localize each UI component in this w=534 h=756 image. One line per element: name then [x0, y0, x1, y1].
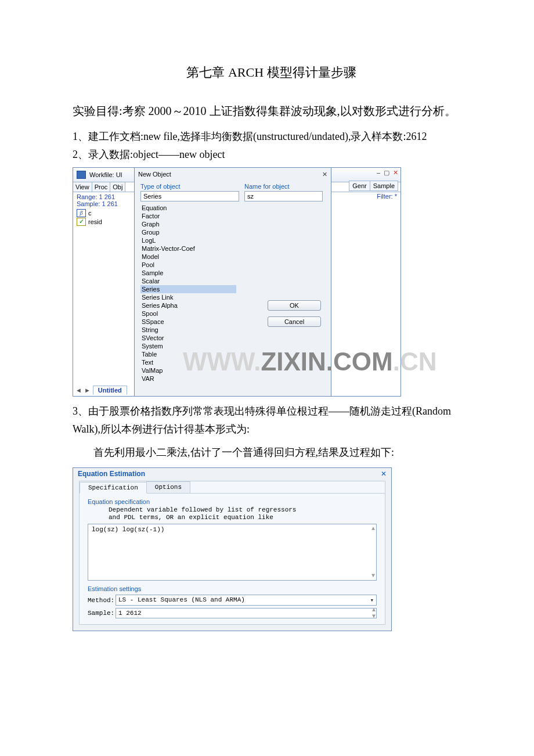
beta-icon: β — [77, 209, 86, 217]
type-logl[interactable]: LogL — [140, 236, 236, 244]
object-resid[interactable]: resid — [88, 218, 102, 225]
spin-up-icon[interactable]: ▲ — [372, 607, 376, 613]
type-valmap[interactable]: ValMap — [140, 366, 236, 375]
ols-note: 首先利用最小二乘法,估计了一个普通得回归方程,结果及过程如下: — [73, 444, 470, 462]
filter-text: Filter: * — [337, 193, 398, 200]
ok-button[interactable]: OK — [268, 300, 321, 311]
obj-button[interactable]: Obj — [110, 182, 125, 192]
equation-specification-field[interactable]: log(sz) log(sz(-1)) ▲ ▼ — [88, 524, 377, 581]
equation-specification-label: Equation specification — [88, 498, 385, 505]
type-matrix[interactable]: Matrix-Vector-Coef — [140, 244, 236, 253]
tab-untitled[interactable]: Untitled — [93, 386, 127, 395]
step-3: 3、由于股票价格指数序列常常表现出特殊得单位根过程——随机游走过程(Random… — [73, 402, 470, 438]
type-equation[interactable]: Equation — [140, 204, 236, 212]
type-string[interactable]: String — [140, 326, 236, 334]
type-model[interactable]: Model — [140, 253, 236, 261]
type-var[interactable]: VAR — [140, 375, 236, 383]
sample-field[interactable]: 1 2612 — [116, 608, 377, 618]
workfile-icon — [77, 171, 86, 179]
minimize-icon[interactable]: – — [377, 169, 380, 177]
genr-button[interactable]: Genr — [349, 181, 369, 191]
tab-options[interactable]: Options — [146, 481, 190, 493]
doc-title: 第七章 ARCH 模型得计量步骤 — [73, 64, 470, 81]
restore-icon[interactable]: ▢ — [384, 169, 389, 177]
dialog-close-icon[interactable]: ✕ — [322, 171, 327, 178]
type-series-alpha[interactable]: Series Alpha — [140, 301, 236, 309]
type-sample[interactable]: Sample — [140, 269, 236, 277]
sample-label: Sample: — [88, 610, 116, 617]
type-system[interactable]: System — [140, 342, 236, 350]
scroll-down-icon[interactable]: ▼ — [371, 573, 375, 579]
type-table[interactable]: Table — [140, 350, 236, 358]
spec-help-1: Dependent variable followed by list of r… — [109, 506, 385, 514]
screenshot-new-object: Workfile: UI – ▢ ✕ View Proc Obj Range: … — [73, 167, 401, 397]
tab-right-arrow-icon[interactable]: ► — [84, 387, 91, 394]
type-text[interactable]: Text — [140, 358, 236, 366]
name-for-object-field[interactable]: sz — [244, 191, 323, 201]
scroll-up-icon[interactable]: ▲ — [371, 525, 375, 532]
type-factor[interactable]: Factor — [140, 212, 236, 220]
dialog2-close-icon[interactable]: ✕ — [381, 470, 387, 478]
type-series[interactable]: Series — [140, 285, 236, 293]
workfile-title: Workfile: UI — [89, 171, 122, 178]
new-object-title: New Object — [138, 171, 171, 178]
experiment-goal: 实验目得:考察 2000～2010 上证指数得集群波动现象,以对数形式进行分析。 — [73, 99, 470, 123]
tab-specification[interactable]: Specification — [80, 482, 147, 494]
type-pool[interactable]: Pool — [140, 261, 236, 269]
type-series-link[interactable]: Series Link — [140, 293, 236, 301]
type-scalar[interactable]: Scalar — [140, 277, 236, 285]
close-icon[interactable]: ✕ — [393, 169, 398, 177]
tab-left-arrow-icon[interactable]: ◄ — [75, 387, 82, 394]
type-of-object-field[interactable]: Series — [140, 191, 239, 201]
new-object-dialog: New Object ✕ Type of object Series Equat… — [134, 167, 331, 397]
type-svector[interactable]: SVector — [140, 334, 236, 342]
name-for-object-label: Name for object — [244, 183, 320, 190]
type-sspace[interactable]: SSpace — [140, 318, 236, 326]
sample-button[interactable]: Sample — [370, 181, 398, 191]
step-2: 2、录入数据:object——new object — [73, 147, 470, 163]
type-spool[interactable]: Spool — [140, 309, 236, 318]
spec-help-2: and PDL terms, OR an explicit equation l… — [109, 514, 385, 521]
caret-down-icon: ▾ — [370, 596, 374, 604]
type-graph[interactable]: Graph — [140, 220, 236, 228]
object-c[interactable]: c — [88, 210, 92, 217]
check-icon: ✓ — [77, 218, 86, 226]
view-button[interactable]: View — [73, 182, 92, 192]
type-of-object-label: Type of object — [140, 183, 236, 190]
type-of-object-list[interactable]: Equation Factor Graph Group LogL Matrix-… — [140, 204, 236, 383]
cancel-button[interactable]: Cancel — [268, 316, 321, 327]
method-select[interactable]: LS - Least Squares (NLS and ARMA) ▾ — [116, 595, 377, 606]
proc-button[interactable]: Proc — [92, 182, 111, 192]
screenshot-equation-estimation: Equation Estimation ✕ Specification Opti… — [73, 467, 392, 631]
type-group[interactable]: Group — [140, 228, 236, 236]
method-value: LS - Least Squares (NLS and ARMA) — [118, 596, 245, 604]
estimation-settings-label: Estimation settings — [88, 585, 385, 592]
equation-formula: log(sz) log(sz(-1)) — [92, 526, 164, 533]
step-1: 1、建工作文档:new file,选择非均衡数据(unstructured/un… — [73, 129, 470, 145]
equation-estimation-title: Equation Estimation — [78, 470, 145, 478]
method-label: Method: — [88, 597, 116, 604]
spin-down-icon[interactable]: ▼ — [372, 613, 376, 620]
